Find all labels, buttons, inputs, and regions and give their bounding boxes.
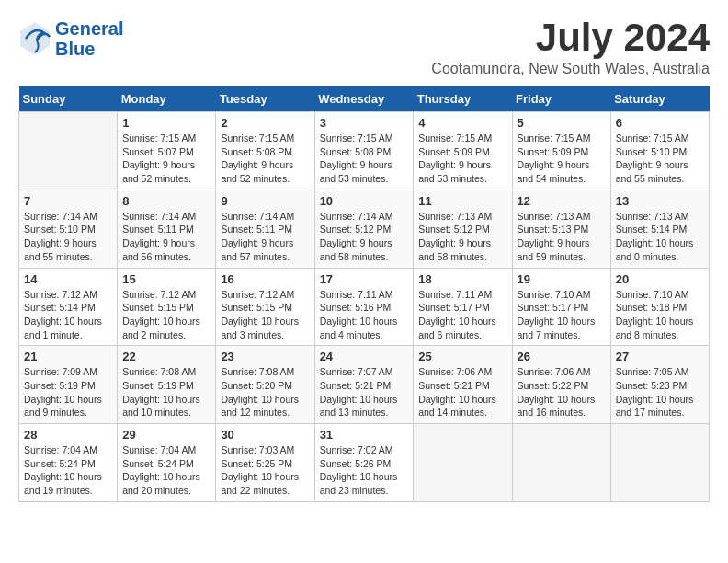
- day-info: Sunrise: 7:13 AMSunset: 5:12 PMDaylight:…: [418, 210, 506, 264]
- day-number: 1: [122, 116, 210, 130]
- day-info: Sunrise: 7:14 AMSunset: 5:11 PMDaylight:…: [221, 210, 309, 264]
- day-number: 13: [616, 194, 704, 208]
- calendar-header-row: SundayMondayTuesdayWednesdayThursdayFrid…: [19, 86, 710, 112]
- day-number: 30: [221, 428, 309, 442]
- day-number: 22: [122, 350, 210, 363]
- logo: General Blue: [18, 18, 123, 59]
- calendar-cell: 21Sunrise: 7:09 AMSunset: 5:19 PMDayligh…: [19, 346, 118, 424]
- calendar-cell: 28Sunrise: 7:04 AMSunset: 5:24 PMDayligh…: [19, 424, 118, 502]
- day-info: Sunrise: 7:07 AMSunset: 5:21 PMDaylight:…: [320, 365, 409, 419]
- calendar-cell: 16Sunrise: 7:12 AMSunset: 5:15 PMDayligh…: [216, 268, 314, 346]
- day-info: Sunrise: 7:11 AMSunset: 5:17 PMDaylight:…: [418, 288, 506, 342]
- day-number: 20: [616, 272, 704, 286]
- day-info: Sunrise: 7:04 AMSunset: 5:24 PMDaylight:…: [122, 443, 210, 498]
- week-row-3: 14Sunrise: 7:12 AMSunset: 5:14 PMDayligh…: [19, 268, 710, 346]
- day-number: 25: [418, 350, 506, 363]
- calendar-cell: 10Sunrise: 7:14 AMSunset: 5:12 PMDayligh…: [314, 190, 414, 268]
- calendar-cell: 24Sunrise: 7:07 AMSunset: 5:21 PMDayligh…: [314, 346, 414, 424]
- calendar-cell: 8Sunrise: 7:14 AMSunset: 5:11 PMDaylight…: [118, 190, 216, 268]
- column-header-wednesday: Wednesday: [314, 86, 414, 112]
- day-number: 29: [122, 428, 210, 442]
- calendar-cell: 31Sunrise: 7:02 AMSunset: 5:26 PMDayligh…: [314, 424, 414, 502]
- week-row-5: 28Sunrise: 7:04 AMSunset: 5:24 PMDayligh…: [19, 424, 710, 502]
- column-header-monday: Monday: [118, 86, 216, 112]
- day-info: Sunrise: 7:12 AMSunset: 5:14 PMDaylight:…: [24, 288, 112, 342]
- calendar-cell: 5Sunrise: 7:15 AMSunset: 5:09 PMDaylight…: [512, 112, 610, 190]
- day-number: 4: [418, 116, 506, 130]
- calendar-cell: 23Sunrise: 7:08 AMSunset: 5:20 PMDayligh…: [216, 346, 314, 424]
- week-row-4: 21Sunrise: 7:09 AMSunset: 5:19 PMDayligh…: [19, 346, 710, 424]
- calendar-cell: 19Sunrise: 7:10 AMSunset: 5:17 PMDayligh…: [512, 268, 610, 346]
- day-number: 28: [24, 428, 112, 442]
- title-block: July 2024 Cootamundra, New South Wales, …: [431, 18, 710, 77]
- logo-text: General Blue: [55, 18, 123, 59]
- day-info: Sunrise: 7:03 AMSunset: 5:25 PMDaylight:…: [221, 443, 309, 498]
- day-number: 23: [221, 350, 309, 363]
- day-number: 2: [221, 116, 309, 130]
- day-info: Sunrise: 7:02 AMSunset: 5:26 PMDaylight:…: [320, 443, 409, 498]
- calendar-cell: 3Sunrise: 7:15 AMSunset: 5:08 PMDaylight…: [314, 112, 414, 190]
- day-info: Sunrise: 7:15 AMSunset: 5:09 PMDaylight:…: [418, 132, 506, 186]
- day-number: 10: [320, 194, 409, 208]
- day-info: Sunrise: 7:10 AMSunset: 5:17 PMDaylight:…: [518, 288, 606, 342]
- calendar-cell: 12Sunrise: 7:13 AMSunset: 5:13 PMDayligh…: [512, 190, 610, 268]
- day-number: 3: [320, 116, 409, 130]
- calendar-cell: [414, 424, 512, 502]
- logo-icon: [18, 20, 51, 57]
- calendar-cell: 11Sunrise: 7:13 AMSunset: 5:12 PMDayligh…: [414, 190, 512, 268]
- day-info: Sunrise: 7:05 AMSunset: 5:23 PMDaylight:…: [616, 365, 704, 419]
- day-info: Sunrise: 7:06 AMSunset: 5:22 PMDaylight:…: [518, 365, 606, 419]
- day-number: 16: [221, 272, 309, 286]
- day-info: Sunrise: 7:13 AMSunset: 5:14 PMDaylight:…: [616, 210, 704, 264]
- day-number: 11: [418, 194, 506, 208]
- day-number: 6: [616, 116, 704, 130]
- week-row-2: 7Sunrise: 7:14 AMSunset: 5:10 PMDaylight…: [19, 190, 710, 268]
- day-info: Sunrise: 7:11 AMSunset: 5:16 PMDaylight:…: [320, 288, 409, 342]
- calendar-cell: 27Sunrise: 7:05 AMSunset: 5:23 PMDayligh…: [610, 346, 709, 424]
- calendar-cell: [512, 424, 610, 502]
- day-info: Sunrise: 7:08 AMSunset: 5:19 PMDaylight:…: [122, 365, 210, 419]
- calendar-cell: 26Sunrise: 7:06 AMSunset: 5:22 PMDayligh…: [512, 346, 610, 424]
- day-info: Sunrise: 7:15 AMSunset: 5:07 PMDaylight:…: [122, 132, 210, 186]
- day-number: 31: [320, 428, 409, 442]
- day-info: Sunrise: 7:10 AMSunset: 5:18 PMDaylight:…: [616, 288, 704, 342]
- day-info: Sunrise: 7:15 AMSunset: 5:10 PMDaylight:…: [616, 132, 704, 186]
- calendar-cell: 2Sunrise: 7:15 AMSunset: 5:08 PMDaylight…: [216, 112, 314, 190]
- calendar-cell: 18Sunrise: 7:11 AMSunset: 5:17 PMDayligh…: [414, 268, 512, 346]
- day-number: 27: [616, 350, 704, 363]
- calendar-cell: 20Sunrise: 7:10 AMSunset: 5:18 PMDayligh…: [610, 268, 709, 346]
- column-header-friday: Friday: [512, 86, 610, 112]
- day-info: Sunrise: 7:14 AMSunset: 5:10 PMDaylight:…: [24, 210, 112, 264]
- calendar-table: SundayMondayTuesdayWednesdayThursdayFrid…: [18, 86, 710, 502]
- day-info: Sunrise: 7:15 AMSunset: 5:08 PMDaylight:…: [320, 132, 409, 186]
- day-number: 26: [518, 350, 606, 363]
- day-info: Sunrise: 7:12 AMSunset: 5:15 PMDaylight:…: [122, 288, 210, 342]
- week-row-1: 1Sunrise: 7:15 AMSunset: 5:07 PMDaylight…: [19, 112, 710, 190]
- day-number: 8: [122, 194, 210, 208]
- day-number: 14: [24, 272, 112, 286]
- day-info: Sunrise: 7:09 AMSunset: 5:19 PMDaylight:…: [24, 365, 112, 419]
- calendar-cell: 15Sunrise: 7:12 AMSunset: 5:15 PMDayligh…: [118, 268, 216, 346]
- day-info: Sunrise: 7:14 AMSunset: 5:11 PMDaylight:…: [122, 210, 210, 264]
- location-title: Cootamundra, New South Wales, Australia: [431, 61, 710, 77]
- calendar-cell: 6Sunrise: 7:15 AMSunset: 5:10 PMDaylight…: [610, 112, 709, 190]
- day-number: 9: [221, 194, 309, 208]
- month-title: July 2024: [431, 18, 710, 57]
- day-info: Sunrise: 7:06 AMSunset: 5:21 PMDaylight:…: [418, 365, 506, 419]
- svg-marker-0: [20, 22, 50, 55]
- day-number: 7: [24, 194, 112, 208]
- calendar-cell: [19, 112, 118, 190]
- day-number: 5: [518, 116, 606, 130]
- column-header-sunday: Sunday: [19, 86, 118, 112]
- calendar-cell: 29Sunrise: 7:04 AMSunset: 5:24 PMDayligh…: [118, 424, 216, 502]
- column-header-tuesday: Tuesday: [216, 86, 314, 112]
- day-number: 21: [24, 350, 112, 363]
- day-number: 19: [518, 272, 606, 286]
- calendar-cell: 7Sunrise: 7:14 AMSunset: 5:10 PMDaylight…: [19, 190, 118, 268]
- calendar-cell: 17Sunrise: 7:11 AMSunset: 5:16 PMDayligh…: [314, 268, 414, 346]
- day-number: 15: [122, 272, 210, 286]
- day-info: Sunrise: 7:08 AMSunset: 5:20 PMDaylight:…: [221, 365, 309, 419]
- day-number: 18: [418, 272, 506, 286]
- column-header-thursday: Thursday: [414, 86, 512, 112]
- day-info: Sunrise: 7:04 AMSunset: 5:24 PMDaylight:…: [24, 443, 112, 498]
